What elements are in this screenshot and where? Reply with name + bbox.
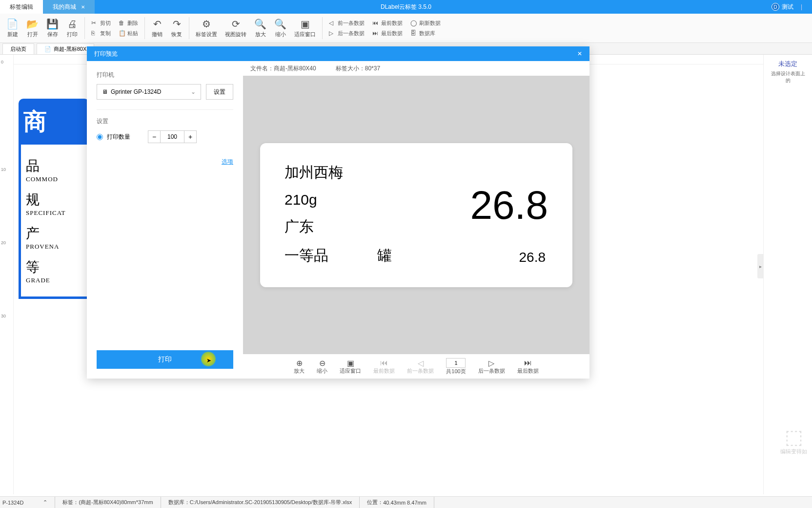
status-database: 数据库：C:/Users/Administrator.SC-2019051309… <box>161 497 360 508</box>
zoom-in-icon: ⊕ <box>296 359 303 367</box>
cut-button[interactable]: ✂剪切 <box>87 19 115 28</box>
folder-icon: 📂 <box>26 18 39 30</box>
fit-icon: ▣ <box>301 18 310 30</box>
preview-header: 文件名：商超-黑标80X40 标签大小：80*37 <box>243 61 589 76</box>
pv-fit[interactable]: ▣适应窗口 <box>340 359 361 375</box>
first-data-button[interactable]: ⏮最前数据 <box>368 19 406 28</box>
panel-title: 未选定 <box>769 60 807 68</box>
label-header: 商 <box>19 99 89 145</box>
options-link[interactable]: 选项 <box>97 158 233 166</box>
delete-button[interactable]: 🗑删除 <box>115 19 142 28</box>
refresh-data-button[interactable]: ◯刷新数据 <box>406 19 445 28</box>
preview-unit: 罐 <box>377 246 392 266</box>
qty-input[interactable] <box>160 131 184 143</box>
save-icon: 💾 <box>46 18 59 30</box>
panel-subtitle: 选择设计表面上的 <box>769 70 807 84</box>
printer-label: 打印机 <box>97 71 233 79</box>
preview-canvas: 加州西梅 210g 广东 一等品 罐 26.8 26.8 <box>243 76 589 354</box>
printer-icon: 🖨 <box>67 18 77 30</box>
pv-zoom-out[interactable]: ⊖缩小 <box>317 359 327 375</box>
file-plus-icon: 📄 <box>6 18 19 30</box>
prev-icon: ◁ <box>329 20 336 26</box>
zoom-out-button[interactable]: 🔍缩小 <box>270 16 290 41</box>
tab-my-mall[interactable]: 我的商城✕ <box>43 0 95 14</box>
cursor-icon: ➤ <box>206 357 211 364</box>
dialog-title: 打印预览 ✕ <box>87 46 589 61</box>
preview-label: 加州西梅 210g 广东 一等品 罐 26.8 26.8 <box>260 143 572 287</box>
database-button[interactable]: 🗄数据库 <box>406 29 445 38</box>
refresh-icon: ◯ <box>410 20 417 26</box>
printer-settings-button[interactable]: 设置 <box>206 84 233 100</box>
properties-panel: 未选定 选择设计表面上的 ⬚ 编辑变得如 <box>763 55 812 494</box>
status-position: 位置：40.43mm 8.47mm <box>360 497 434 508</box>
qty-radio[interactable] <box>97 134 103 140</box>
pv-zoom-in[interactable]: ⊕放大 <box>294 359 304 375</box>
qty-label: 打印数量 <box>107 133 130 141</box>
tab-label-edit[interactable]: 标签编辑 <box>0 0 43 14</box>
fit-window-button[interactable]: ▣适应窗口 <box>290 16 320 41</box>
pv-next[interactable]: ▷后一条数据 <box>478 359 505 375</box>
app-title: DLabel云标签 3.5.0 <box>381 3 431 11</box>
redo-icon: ↷ <box>173 18 181 30</box>
printer-select[interactable]: 🖥 Gprinter GP-1324D <box>97 84 201 100</box>
status-label: 标签：(商超-黑标80X40)80mm*37mm <box>55 497 161 508</box>
tab-start-page[interactable]: 启动页 <box>2 43 34 54</box>
settings-icon: ⚙ <box>202 18 211 30</box>
zoom-in-icon: 🔍 <box>254 18 266 30</box>
settings-section-label: 设置 <box>97 117 233 126</box>
test-label[interactable]: 测试 <box>782 3 793 11</box>
main-toolbar: 📄新建 📂打开 💾保存 🖨打印 ✂剪切 ⎘复制 🗑删除 📋粘贴 ↶撤销 ↷恢复 … <box>0 14 812 43</box>
fit-icon: ▣ <box>347 359 354 367</box>
panel-collapse-button[interactable]: ▸ <box>757 254 763 278</box>
last-data-button[interactable]: ⏭最后数据 <box>368 29 406 38</box>
open-button[interactable]: 📂打开 <box>22 16 42 41</box>
print-button[interactable]: 打印 ➤ <box>97 350 233 369</box>
prev-data-button[interactable]: ◁前一条数据 <box>325 19 368 28</box>
monitor-icon: 🖥 <box>102 88 108 95</box>
placeholder-illustration: ⬚ 编辑变得如 <box>780 425 807 455</box>
next-data-button[interactable]: ▷后一条数据 <box>325 29 368 38</box>
next-icon: ▷ <box>329 30 336 37</box>
new-button[interactable]: 📄新建 <box>2 16 22 41</box>
preview-product: 加州西梅 <box>284 163 548 183</box>
paste-button[interactable]: 📋粘贴 <box>115 29 142 38</box>
pv-prev[interactable]: ◁前一条数据 <box>407 359 434 375</box>
copy-icon: ⎘ <box>91 30 98 37</box>
trash-icon: 🗑 <box>119 20 125 26</box>
quantity-stepper: − + <box>148 130 197 143</box>
zoom-out-icon: ⊖ <box>319 359 325 367</box>
page-input[interactable] <box>446 358 466 368</box>
view-rotate-button[interactable]: ⟳视图旋转 <box>221 16 250 41</box>
canvas-label-object[interactable]: 商 品 COMMOD 规 SPECIFICAT 产 PROVENA 等 GRAD… <box>19 99 89 299</box>
print-preview-dialog: 打印预览 ✕ 打印机 🖥 Gprinter GP-1324D 设置 设置 打印数… <box>87 46 589 379</box>
label-settings-button[interactable]: ⚙标签设置 <box>192 16 221 41</box>
dialog-right-panel: 文件名：商超-黑标80X40 标签大小：80*37 加州西梅 210g 广东 一… <box>243 61 589 379</box>
scissors-icon: ✂ <box>91 20 98 26</box>
ruler-vertical: 0 10 20 30 <box>0 55 14 494</box>
last-icon: ⏭ <box>372 30 379 37</box>
logo-icon: D <box>771 3 779 11</box>
qty-plus-button[interactable]: + <box>184 131 196 143</box>
qty-minus-button[interactable]: − <box>148 131 160 143</box>
preview-toolbar: ⊕放大 ⊖缩小 ▣适应窗口 ⏮最前数据 ◁前一条数据 共100页 ▷后一条数据 … <box>243 354 589 379</box>
pv-page: 共100页 <box>446 358 466 375</box>
statusbar: P-1324D⌃ 标签：(商超-黑标80X40)80mm*37mm 数据库：C:… <box>0 496 812 508</box>
preview-grade: 一等品 <box>284 246 328 266</box>
copy-button[interactable]: ⎘复制 <box>87 29 115 38</box>
undo-button[interactable]: ↶撤销 <box>147 16 167 41</box>
zoom-in-button[interactable]: 🔍放大 <box>250 16 270 41</box>
first-icon: ⏮ <box>372 20 379 26</box>
redo-button[interactable]: ↷恢复 <box>167 16 186 41</box>
status-printer[interactable]: P-1324D⌃ <box>0 497 55 508</box>
pv-first[interactable]: ⏮最前数据 <box>373 359 395 375</box>
pv-last[interactable]: ⏭最后数据 <box>517 359 539 375</box>
print-button[interactable]: 🖨打印 <box>62 16 82 41</box>
save-button[interactable]: 💾保存 <box>42 16 62 41</box>
tab-document-1[interactable]: 📄商超-黑标80X <box>37 43 94 54</box>
rotate-icon: ⟳ <box>232 18 240 30</box>
dialog-left-panel: 打印机 🖥 Gprinter GP-1324D 设置 设置 打印数量 − + <box>87 61 243 379</box>
database-icon: 🗄 <box>410 30 417 37</box>
preview-price-big: 26.8 <box>470 182 548 228</box>
dialog-close-button[interactable]: ✕ <box>575 49 585 59</box>
close-icon[interactable]: ✕ <box>81 4 85 10</box>
